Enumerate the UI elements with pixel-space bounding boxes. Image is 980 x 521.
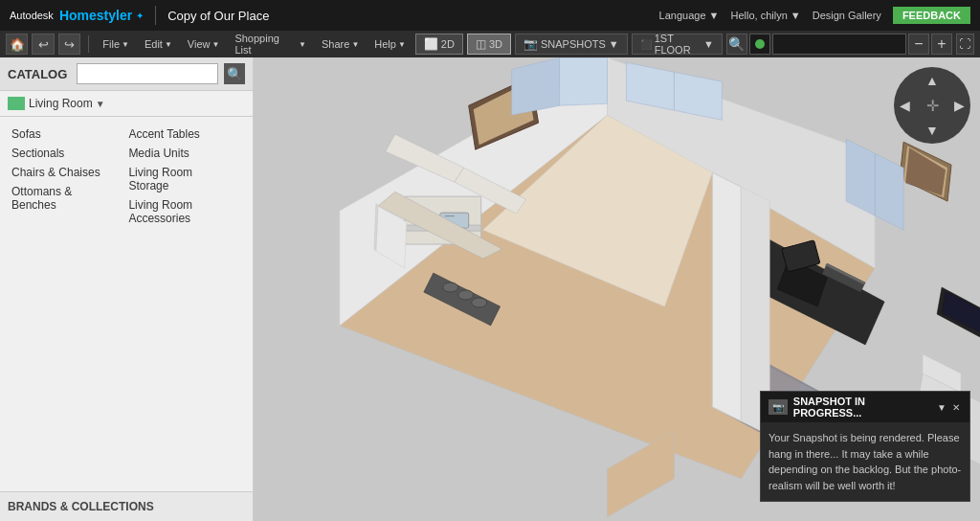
snapshot-header: 📷 SNAPSHOT IN PROGRESS... ▼ ✕	[761, 392, 969, 422]
undo-icon-button[interactable]: ↩	[32, 34, 54, 55]
snapshot-camera-icon: 📷	[768, 399, 788, 415]
view-menu[interactable]: View ▼	[182, 35, 226, 53]
feedback-button[interactable]: FEEDBACK	[893, 7, 970, 24]
main-area: CATALOG 🔍 Living Room ▼ Sofas Sectionals…	[0, 57, 980, 521]
floor-selector-button[interactable]: ⬛ 1ST FLOOR ▼	[632, 34, 723, 55]
catalog-search-button[interactable]: 🔍	[224, 63, 245, 84]
catalog-label: CATALOG	[8, 67, 71, 81]
3d-view-button[interactable]: ◫ 3D	[467, 34, 511, 55]
menu-bar: 🏠 ↩ ↪ File ▼ Edit ▼ View ▼ Shopping List…	[0, 31, 980, 57]
nav-left-arrow[interactable]: ◀	[900, 98, 910, 113]
zoom-search-input[interactable]	[772, 34, 906, 55]
user-menu-button[interactable]: Hello, chilyn ▼	[730, 10, 800, 21]
nav-up-arrow[interactable]: ▲	[925, 73, 939, 88]
home-icon-button[interactable]: 🏠	[6, 34, 28, 55]
svg-marker-31	[560, 57, 608, 105]
catalog-item-chairs[interactable]: Chairs & Chaises	[8, 163, 122, 182]
top-right-controls: Language ▼ Hello, chilyn ▼ Design Galler…	[659, 7, 970, 24]
snapshot-body: Your Snapshot is being rendered. Please …	[761, 422, 969, 501]
svg-point-13	[472, 298, 487, 307]
catalog-col-1: Sofas Sectionals Chairs & Chaises Ottoma…	[8, 125, 122, 215]
zoom-search-area: 🔍 − +	[726, 34, 952, 55]
snapshot-message: Your Snapshot is being rendered. Please …	[768, 430, 962, 493]
svg-point-11	[443, 283, 458, 292]
nav-circle: ▲ ▼ ◀ ▶ ✛	[894, 67, 970, 144]
snapshot-title-text: SNAPSHOT IN PROGRESS...	[793, 396, 935, 419]
catalog-item-sectionals[interactable]: Sectionals	[8, 144, 122, 163]
logo-area: Autodesk Homestyler ✦	[10, 8, 144, 23]
room-dropdown[interactable]: Living Room ▼	[29, 97, 105, 110]
catalog-item-storage[interactable]: Living Room Storage	[124, 163, 238, 195]
svg-point-12	[458, 290, 474, 300]
catalog-item-accent-tables[interactable]: Accent Tables	[124, 125, 238, 144]
catalog-items: Sofas Sectionals Chairs & Chaises Ottoma…	[0, 117, 253, 491]
language-button[interactable]: Language ▼	[659, 10, 720, 21]
snapshot-title-area: 📷 SNAPSHOT IN PROGRESS...	[768, 396, 935, 419]
fullscreen-button[interactable]: ⛶	[956, 34, 974, 55]
snapshot-close-button[interactable]: ✕	[950, 402, 962, 413]
nav-down-arrow[interactable]: ▼	[925, 123, 939, 138]
logo-autodesk: Autodesk	[10, 10, 54, 21]
catalog-search-input[interactable]	[77, 63, 218, 84]
menu-separator	[88, 35, 89, 53]
snapshot-window-controls: ▼ ✕	[935, 402, 962, 413]
zoom-search-icon[interactable]: 🔍	[726, 34, 747, 55]
shopping-list-menu[interactable]: Shopping List ▼	[229, 30, 312, 58]
snapshot-notification: 📷 SNAPSHOT IN PROGRESS... ▼ ✕ Your Snaps…	[760, 391, 970, 502]
snapshot-minimize-button[interactable]: ▼	[935, 402, 948, 413]
edit-menu[interactable]: Edit ▼	[139, 35, 178, 53]
catalog-header: CATALOG 🔍	[0, 57, 253, 91]
logo-homestyler: Homestyler	[59, 8, 132, 23]
room-icon	[8, 97, 25, 110]
2d-view-button[interactable]: ⬜ 2D	[415, 34, 463, 55]
zoom-out-icon[interactable]: −	[908, 34, 929, 55]
brands-footer[interactable]: BRANDS & COLLECTIONS	[0, 491, 253, 521]
brands-label: BRANDS & COLLECTIONS	[8, 500, 154, 513]
view-controls: ⬜ 2D ◫ 3D 📷 SNAPSHOTS ▼ ⬛ 1ST FLOOR ▼ 🔍 …	[415, 34, 974, 55]
navigation-controls: ▲ ▼ ◀ ▶ ✛	[894, 67, 970, 144]
sidebar: CATALOG 🔍 Living Room ▼ Sofas Sectionals…	[0, 57, 254, 521]
logo-star: ✦	[136, 11, 144, 21]
catalog-item-sofas[interactable]: Sofas	[8, 125, 122, 144]
catalog-item-ottomans[interactable]: Ottomans & Benches	[8, 182, 122, 215]
title-divider	[155, 6, 156, 25]
snapshots-button[interactable]: 📷 SNAPSHOTS ▼	[515, 34, 628, 55]
catalog-col-2: Accent Tables Media Units Living Room St…	[124, 125, 238, 228]
zoom-in-icon[interactable]: +	[931, 34, 952, 55]
nav-right-arrow[interactable]: ▶	[954, 98, 965, 113]
share-menu[interactable]: Share ▼	[316, 35, 365, 53]
redo-icon-button[interactable]: ↪	[58, 34, 80, 55]
catalog-item-accessories[interactable]: Living Room Accessories	[124, 195, 238, 228]
svg-rect-8	[445, 215, 455, 216]
help-menu[interactable]: Help ▼	[368, 35, 412, 53]
top-bar: Autodesk Homestyler ✦ Copy of Our Place …	[0, 0, 980, 31]
nav-center-icon[interactable]: ✛	[926, 97, 939, 115]
design-gallery-button[interactable]: Design Gallery	[813, 10, 881, 21]
file-menu[interactable]: File ▼	[97, 35, 135, 53]
project-title: Copy of Our Place	[167, 9, 269, 23]
room-dropdown-arrow: ▼	[96, 99, 105, 109]
room-selector[interactable]: Living Room ▼	[0, 91, 253, 117]
canvas-area[interactable]: ▲ ▼ ◀ ▶ ✛ 📷 SNAPSHOT IN PROGRESS... ▼ ✕	[254, 57, 980, 521]
catalog-item-media-units[interactable]: Media Units	[124, 144, 238, 163]
svg-marker-42	[712, 172, 741, 421]
